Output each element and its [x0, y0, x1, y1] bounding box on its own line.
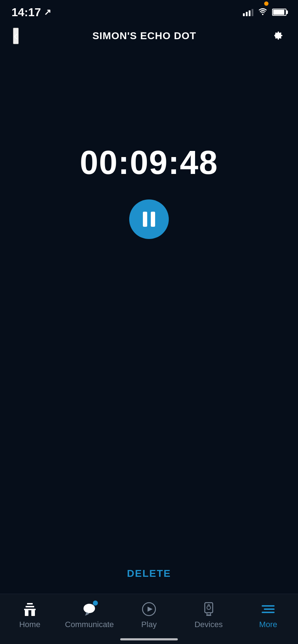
svg-point-5: [83, 604, 95, 613]
back-button[interactable]: ‹: [13, 28, 19, 44]
status-icons: [243, 7, 286, 17]
nav-item-communicate[interactable]: Communicate: [60, 600, 119, 629]
page-title: SIMON'S ECHO DOT: [92, 30, 197, 42]
pause-bar-left: [143, 212, 147, 227]
devices-icon: [201, 601, 217, 617]
bottom-nav: Home Communicate Play: [0, 594, 298, 644]
nav-item-devices[interactable]: Devices: [179, 600, 239, 629]
header: ‹ SIMON'S ECHO DOT: [0, 22, 298, 50]
pause-bar-right: [151, 212, 155, 227]
main-content: 00:09:48: [0, 50, 298, 239]
communicate-icon: [81, 601, 97, 617]
svg-rect-9: [206, 615, 211, 616]
nav-item-home[interactable]: Home: [0, 600, 60, 629]
wifi-icon: [258, 7, 268, 17]
status-time: 14:17 ↗: [12, 6, 51, 19]
svg-rect-2: [27, 603, 33, 604]
delete-button[interactable]: DELETE: [127, 568, 171, 579]
pause-button[interactable]: [129, 199, 169, 239]
nav-item-play[interactable]: Play: [119, 600, 179, 629]
settings-button[interactable]: [270, 28, 285, 44]
timer-display: 00:09:48: [80, 144, 218, 181]
communicate-label: Communicate: [65, 620, 114, 629]
svg-rect-3: [25, 610, 28, 616]
svg-rect-0: [24, 609, 36, 610]
play-label: Play: [141, 620, 157, 629]
home-label: Home: [19, 620, 40, 629]
svg-rect-4: [31, 610, 35, 616]
signal-strength-icon: [243, 8, 253, 16]
svg-marker-7: [148, 607, 153, 612]
devices-label: Devices: [194, 620, 222, 629]
navigation-arrow-icon: ↗: [44, 7, 51, 17]
status-bar: 14:17 ↗: [0, 0, 298, 22]
pause-icon: [143, 212, 155, 227]
home-icon: [22, 601, 38, 617]
nav-item-more[interactable]: More: [238, 600, 298, 629]
play-icon: [141, 601, 157, 617]
communicate-badge: [93, 601, 98, 606]
more-icon: [260, 601, 276, 617]
svg-point-10: [207, 606, 211, 610]
more-label: More: [259, 620, 277, 629]
home-indicator: [120, 638, 178, 640]
settings-gear-icon: [270, 28, 285, 43]
svg-rect-1: [26, 606, 34, 607]
orange-dot-indicator: [264, 1, 268, 6]
battery-icon: [272, 9, 286, 16]
time-display: 14:17: [12, 6, 41, 19]
